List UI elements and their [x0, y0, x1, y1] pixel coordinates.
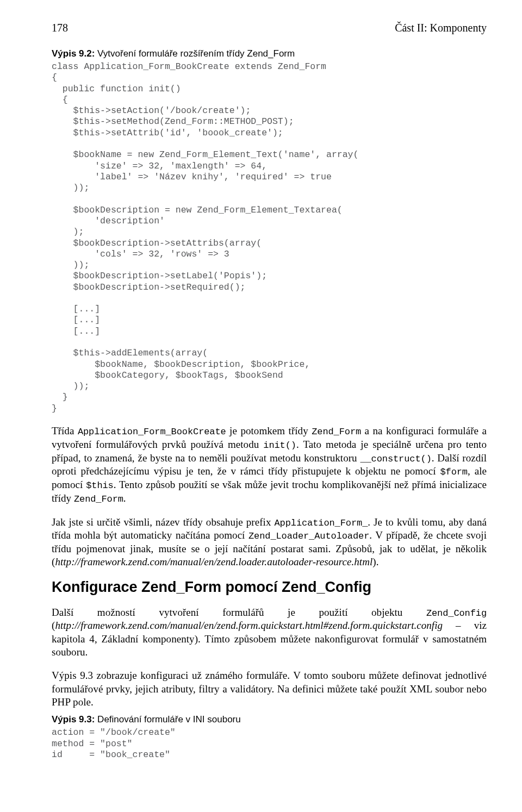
document-page: 178 Část II: Komponenty Výpis 9.2: Vytvo… — [0, 0, 522, 794]
code-block-9-2: class Application_Form_BookCreate extend… — [52, 61, 487, 414]
listing-label: Výpis 9.2: — [52, 48, 95, 59]
paragraph-2: Jak jste si určitě všimli, název třídy o… — [52, 516, 487, 569]
page-number: 178 — [52, 22, 68, 34]
listing-label: Výpis 9.3: — [52, 714, 95, 724]
listing-9-2-caption: Výpis 9.2: Vytvoření formuláře rozšíření… — [52, 48, 487, 59]
listing-9-3-caption: Výpis 9.3: Definování formuláře v INI so… — [52, 714, 487, 725]
listing-title: Vytvoření formuláře rozšířením třídy Zen… — [95, 48, 295, 59]
paragraph-4: Výpis 9.3 zobrazuje konfiguraci už známé… — [52, 669, 487, 709]
paragraph-1: Třída Application_Form_BookCreate je pot… — [52, 424, 487, 505]
paragraph-3: Další možností vytvoření formulářů je po… — [52, 606, 487, 659]
page-header: 178 Část II: Komponenty — [52, 22, 487, 34]
section-title: Část II: Komponenty — [395, 22, 487, 34]
code-block-9-3: action = "/book/create" method = "post" … — [52, 727, 487, 760]
listing-title: Definování formuláře v INI souboru — [95, 714, 240, 724]
subheading: Konfigurace Zend_Form pomocí Zend_Config — [52, 579, 487, 596]
